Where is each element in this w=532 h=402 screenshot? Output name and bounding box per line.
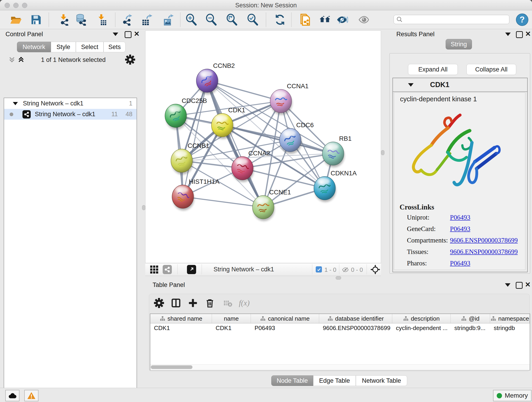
network-options-gear-icon[interactable] <box>125 55 135 65</box>
scrollbar-thumb[interactable] <box>151 365 192 369</box>
network-edge[interactable] <box>183 197 263 207</box>
collection-expander-icon[interactable] <box>13 102 18 105</box>
gene-header[interactable]: CDK1 <box>393 78 527 92</box>
memory-button[interactable]: Memory <box>493 390 532 401</box>
crosslink-row: Tissues:9606.ENSP00000378699 <box>407 248 521 255</box>
network-row[interactable]: String Network – cdk1 11 48 <box>4 109 137 120</box>
network-node-CDKN1A[interactable]: CDKN1A <box>314 170 357 202</box>
export-image-icon[interactable] <box>162 13 175 26</box>
table-cell[interactable]: 9606.ENSP00000378699 <box>319 323 392 333</box>
clone-network-icon[interactable] <box>298 13 312 26</box>
network-node-CCNA1[interactable]: CCNA1 <box>270 83 309 115</box>
column-header--id[interactable]: @id <box>451 314 490 323</box>
table-gear-icon[interactable] <box>152 296 166 310</box>
control-panel-float-icon[interactable] <box>125 31 132 38</box>
crosslink-link[interactable]: P06493 <box>450 214 470 221</box>
export-table-icon[interactable] <box>140 13 153 26</box>
network-node-CCNE1[interactable]: CCNE1 <box>253 189 291 221</box>
grid-view-icon[interactable] <box>150 265 158 274</box>
network-node-CDC6[interactable]: CDC6 <box>279 121 314 154</box>
network-canvas[interactable]: CCNB2CCNA1CDC25BCDK1CDC6RB1CCNB1CCNA2CDK… <box>145 31 381 263</box>
cloud-status-button[interactable] <box>5 390 19 401</box>
table-cell[interactable]: cyclin-dependent ... <box>392 323 451 333</box>
table-panel-float-icon[interactable] <box>516 282 523 289</box>
search-input[interactable] <box>403 16 500 23</box>
import-network-icon[interactable] <box>57 13 70 26</box>
expand-all-networks-icon[interactable] <box>17 56 25 63</box>
table-cell[interactable]: CDK1 <box>212 323 251 333</box>
crosslink-link[interactable]: P06493 <box>450 259 470 267</box>
save-session-icon[interactable] <box>29 13 43 26</box>
select-columns-icon[interactable] <box>169 296 183 310</box>
network-node-RB1[interactable]: RB1 <box>322 135 351 167</box>
table-horizontal-scrollbar[interactable] <box>150 364 530 370</box>
column-header-canonical-name[interactable]: canonical name <box>251 314 319 323</box>
share-view-icon[interactable] <box>163 265 172 274</box>
birds-eye-view-icon[interactable] <box>370 264 380 274</box>
add-column-icon[interactable] <box>186 296 200 310</box>
hide-selected-icon[interactable] <box>336 13 349 26</box>
tab-network[interactable]: Network <box>17 42 51 52</box>
detach-view-icon[interactable] <box>187 265 196 274</box>
crosslink-link[interactable]: 9606.ENSP00000378699 <box>450 236 518 244</box>
zoom-selected-icon[interactable] <box>246 13 259 26</box>
selected-checkbox-icon[interactable] <box>316 266 322 273</box>
table-panel-close-icon[interactable]: ✕ <box>525 282 531 287</box>
table-cell[interactable]: stringdb:9... <box>451 323 490 333</box>
table-cell[interactable]: CDK1 <box>150 323 212 333</box>
horizontal-splitter-handle[interactable] <box>336 276 341 280</box>
crosslinks-list: Uniprot:P06493GeneCard:P06493Compartment… <box>407 214 521 271</box>
crosslink-link[interactable]: 9606.ENSP00000378699 <box>450 248 518 255</box>
warning-status-button[interactable] <box>24 390 38 401</box>
delete-column-icon[interactable] <box>203 296 217 310</box>
table-row[interactable]: CDK1CDK1P064939606.ENSP00000378699cyclin… <box>150 323 530 333</box>
network-node-CCNB2[interactable]: CCNB2 <box>196 62 235 95</box>
network-edge[interactable] <box>222 125 333 153</box>
zoom-in-icon[interactable] <box>185 13 198 26</box>
tab-select[interactable]: Select <box>76 42 104 52</box>
table-cell[interactable]: P06493 <box>251 323 319 333</box>
collapse-all-networks-icon[interactable] <box>8 56 16 63</box>
delete-table-icon[interactable] <box>221 296 234 310</box>
expand-all-button[interactable]: Expand All <box>408 64 458 75</box>
column-header-name[interactable]: name <box>212 314 251 323</box>
collapse-all-button[interactable]: Collapse All <box>467 64 516 75</box>
column-header-description[interactable]: description <box>392 314 451 323</box>
results-panel-float-icon[interactable] <box>516 31 523 38</box>
network-node-HIST1H1A[interactable]: HIST1H1A <box>172 178 220 211</box>
crosslink-link[interactable]: P06493 <box>450 225 470 233</box>
import-table-icon[interactable] <box>95 13 108 26</box>
open-file-icon[interactable] <box>9 13 22 26</box>
tab-style[interactable]: Style <box>51 42 76 52</box>
network-collection-row[interactable]: String Network – cdk1 1 <box>4 98 137 109</box>
tab-string[interactable]: String <box>446 39 472 50</box>
first-neighbors-icon[interactable] <box>318 13 332 26</box>
show-all-icon[interactable] <box>357 13 371 26</box>
apply-layout-icon[interactable] <box>273 13 287 26</box>
results-panel-close-icon[interactable]: ✕ <box>525 31 531 37</box>
hidden-eye-icon[interactable] <box>342 266 349 274</box>
help-button[interactable]: ? <box>515 13 529 26</box>
control-panel-menu-icon[interactable] <box>113 32 118 36</box>
tab-node-table[interactable]: Node Table <box>271 375 313 386</box>
zoom-out-icon[interactable] <box>205 13 218 26</box>
left-splitter-handle[interactable] <box>142 205 146 210</box>
column-header-database-identifier[interactable]: database identifier <box>319 314 392 323</box>
crosslink-row: Compartments:9606.ENSP00000378699 <box>407 236 521 244</box>
table-panel-menu-icon[interactable] <box>505 283 510 287</box>
control-panel-close-icon[interactable]: ✕ <box>134 31 139 37</box>
gene-collapse-icon[interactable] <box>408 83 413 87</box>
table-cell[interactable]: stringdb <box>490 323 530 333</box>
results-panel-menu-icon[interactable] <box>505 32 511 36</box>
formula-builder-icon[interactable]: f(x) <box>237 296 251 310</box>
column-header-shared-name[interactable]: shared name <box>150 314 212 323</box>
tab-network-table[interactable]: Network Table <box>356 375 407 386</box>
zoom-fit-icon[interactable] <box>225 13 239 26</box>
tab-sets[interactable]: Sets <box>104 42 126 52</box>
import-database-icon[interactable] <box>74 13 87 26</box>
column-header-namespace[interactable]: namespace <box>490 314 530 323</box>
export-network-icon[interactable] <box>120 13 134 26</box>
tab-edge-table[interactable]: Edge Table <box>313 375 356 386</box>
gene-name: CDK1 <box>430 81 449 89</box>
right-splitter-handle[interactable] <box>381 150 385 155</box>
